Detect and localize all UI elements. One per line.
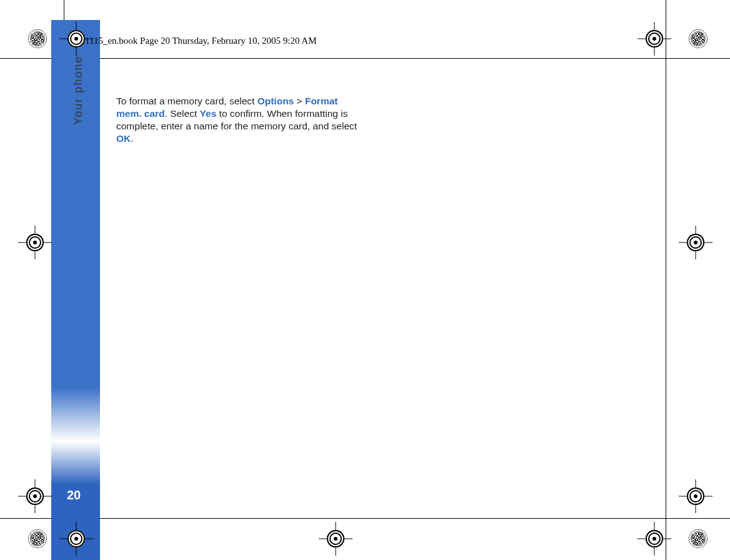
body-text-2: . Select <box>165 108 200 119</box>
ui-label-options: Options <box>258 96 294 106</box>
registration-mark-icon <box>65 28 88 50</box>
body-sep-1: > <box>294 96 305 106</box>
body-paragraph: To format a memory card, select Options … <box>116 95 360 146</box>
document-header: R1115_en.book Page 20 Thursday, February… <box>79 36 317 46</box>
color-wheel-icon <box>29 530 46 548</box>
color-wheel-icon <box>689 530 707 548</box>
registration-mark-icon <box>643 28 666 50</box>
ui-label-yes: Yes <box>200 108 217 119</box>
crop-line-right <box>666 0 666 560</box>
body-text-1: To format a memory card, select <box>116 96 258 106</box>
registration-mark-icon <box>24 231 46 254</box>
ui-label-ok: OK <box>116 133 131 144</box>
registration-mark-icon <box>643 528 666 550</box>
color-wheel-icon <box>29 30 46 48</box>
registration-mark-icon <box>324 528 347 550</box>
crop-line-bottom <box>0 518 730 519</box>
crop-line-top <box>0 58 730 59</box>
registration-mark-icon <box>684 231 707 254</box>
color-wheel-icon <box>689 30 707 48</box>
registration-mark-icon <box>684 485 707 508</box>
body-text-4: . <box>131 133 133 144</box>
section-label: Your phone <box>72 56 85 125</box>
registration-mark-icon <box>65 528 88 550</box>
page-number: 20 <box>67 488 81 502</box>
registration-mark-icon <box>24 485 46 508</box>
